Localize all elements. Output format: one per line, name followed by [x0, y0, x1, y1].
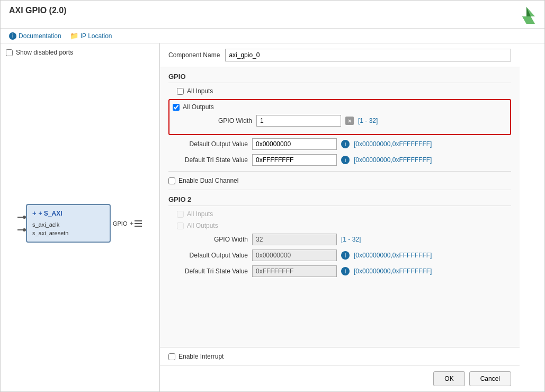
default-output-row: Default Output Value i [0x00000000,0xFFF…	[168, 138, 511, 150]
body-area: Show disabled ports	[1, 43, 544, 391]
default-tri-row: Default Tri State Value i [0x00000000,0x…	[168, 154, 511, 166]
default-tri-label: Default Tri State Value	[168, 156, 248, 164]
canvas-area: + + S_AXI s_axi_aclk s_axi_aresetn GPIO …	[6, 60, 154, 386]
default-output-range: [0x00000000,0xFFFFFFFF]	[354, 140, 432, 148]
enable-interrupt-checkbox[interactable]	[168, 353, 175, 360]
gpio2-default-tri-range: [0x00000000,0xFFFFFFFF]	[354, 268, 432, 275]
gpio2-width-range: [1 - 32]	[341, 236, 361, 243]
component-name-label: Component Name	[168, 51, 220, 59]
xilinx-logo-icon	[517, 6, 536, 25]
gpio-width-input[interactable]	[256, 115, 341, 127]
bus-icon	[135, 220, 142, 227]
gpio2-default-output-label: Default Output Value	[168, 252, 248, 259]
block-title: + + S_AXI	[32, 209, 104, 217]
gpio2-width-row: GPIO Width [1 - 32]	[168, 234, 511, 245]
clear-gpio-width-icon[interactable]: ✕	[345, 117, 354, 125]
default-output-info-icon[interactable]: i	[341, 140, 350, 148]
dialog-header: AXI GPIO (2.0)	[1, 1, 544, 29]
gpio2-section-title: GPIO 2	[168, 195, 511, 206]
show-disabled-checkbox[interactable]	[6, 49, 13, 56]
pin-s-axi-aresetn: s_axi_aresetn	[32, 229, 104, 237]
gpio2-width-input[interactable]	[252, 234, 337, 245]
gpio2-default-output-row: Default Output Value i [0x00000000,0xFFF…	[168, 250, 511, 261]
cancel-button[interactable]: Cancel	[469, 371, 511, 386]
ip-location-link[interactable]: 📁 IP Location	[70, 32, 112, 40]
bottom-bar: Enable Interrupt	[160, 347, 520, 366]
gpio2-all-inputs-row: All Inputs	[177, 210, 511, 218]
gpio2-default-output-range: [0x00000000,0xFFFFFFFF]	[354, 252, 432, 259]
gpio2-all-inputs-label: All Inputs	[187, 210, 213, 218]
documentation-link[interactable]: i Documentation	[9, 32, 61, 40]
toolbar: i Documentation 📁 IP Location	[1, 29, 544, 43]
gpio2-default-output-input[interactable]	[252, 250, 337, 261]
enable-interrupt-row: Enable Interrupt	[168, 353, 511, 360]
default-output-label: Default Output Value	[168, 140, 248, 148]
documentation-label: Documentation	[19, 32, 61, 40]
all-outputs-label: All Outputs	[183, 103, 214, 111]
gpio-expand-icon[interactable]: +	[129, 219, 133, 227]
gpio2-all-inputs-checkbox[interactable]	[177, 211, 184, 218]
default-tri-range: [0x00000000,0xFFFFFFFF]	[354, 156, 432, 164]
config-area: GPIO All Inputs All Outputs	[160, 67, 520, 347]
ok-button[interactable]: OK	[433, 371, 464, 386]
all-inputs-row: All Inputs	[177, 87, 511, 95]
all-outputs-row: All Outputs	[173, 103, 507, 111]
pin-s-axi-aclk: s_axi_aclk	[32, 220, 104, 229]
enable-dual-row: Enable Dual Channel	[168, 177, 511, 184]
all-inputs-label: All Inputs	[187, 87, 213, 95]
info-circle-icon: i	[9, 32, 16, 40]
component-name-row: Component Name	[160, 43, 520, 67]
gpio2-default-tri-info-icon[interactable]: i	[341, 267, 350, 275]
show-disabled-row: Show disabled ports	[6, 49, 154, 56]
divider-2	[168, 190, 511, 190]
gpio-width-row: GPIO Width ✕ [1 - 32]	[173, 115, 507, 127]
default-tri-input[interactable]	[252, 154, 337, 166]
all-outputs-checkbox[interactable]	[173, 104, 180, 111]
highlight-box: All Outputs GPIO Width ✕ [1 - 32]	[168, 99, 511, 135]
show-disabled-label: Show disabled ports	[16, 49, 73, 56]
component-name-input[interactable]	[225, 49, 511, 61]
gpio2-default-tri-row: Default Tri State Value i [0x00000000,0x…	[168, 265, 511, 277]
left-panel: Show disabled ports	[1, 43, 159, 391]
gpio-width-range: [1 - 32]	[358, 117, 378, 124]
block-component: + + S_AXI s_axi_aclk s_axi_aresetn	[26, 204, 111, 243]
gpio2-width-label: GPIO Width	[168, 236, 248, 243]
default-tri-info-icon[interactable]: i	[341, 156, 350, 164]
gpio2-all-outputs-label: All Outputs	[187, 222, 218, 229]
gpio-width-label: GPIO Width	[173, 117, 252, 124]
gpio-label: GPIO	[113, 220, 128, 227]
gpio2-default-output-info-icon[interactable]: i	[341, 251, 350, 260]
gpio2-default-tri-label: Default Tri State Value	[168, 268, 248, 275]
dialog-title: AXI GPIO (2.0)	[9, 6, 66, 15]
enable-dual-checkbox[interactable]	[168, 177, 175, 184]
gpio2-default-tri-input[interactable]	[252, 265, 337, 277]
gpio2-all-outputs-row: All Outputs	[177, 222, 511, 229]
default-output-input[interactable]	[252, 138, 337, 150]
folder-icon: 📁	[70, 32, 78, 40]
footer: OK Cancel	[160, 366, 520, 391]
ip-location-label: IP Location	[81, 32, 112, 40]
divider-1	[168, 171, 511, 172]
block-title-text: + S_AXI	[39, 210, 62, 217]
gpio-section-title: GPIO	[168, 73, 511, 83]
enable-dual-label: Enable Dual Channel	[178, 177, 238, 184]
right-panel: Component Name GPIO All Inputs	[159, 43, 520, 391]
all-inputs-checkbox[interactable]	[177, 88, 184, 95]
gpio2-all-outputs-checkbox[interactable]	[177, 222, 184, 229]
enable-interrupt-label: Enable Interrupt	[178, 353, 224, 360]
